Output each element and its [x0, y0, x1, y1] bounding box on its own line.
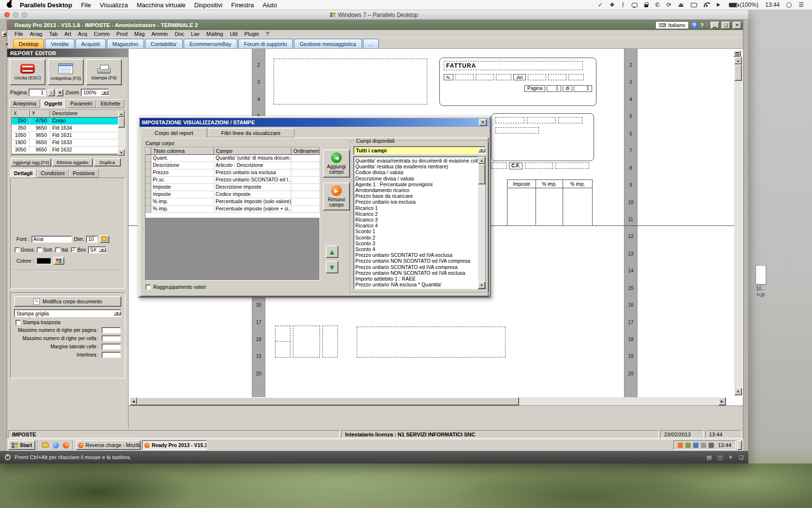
restore-button[interactable]: ❏ — [722, 22, 730, 29]
app-menu-item[interactable]: File — [11, 31, 27, 37]
style-checkbox[interactable]: Sott. — [37, 247, 53, 253]
available-field-item[interactable]: Prezzo unitario NON SCONTATO ed IVA comp… — [355, 258, 478, 264]
menu-scroll-left-icon[interactable]: ◀ — [2, 31, 6, 37]
tray-network-icon[interactable] — [693, 443, 698, 448]
available-field-item[interactable]: Agente 1 : Percentuale provvigioni — [355, 181, 478, 187]
scroll-thumb[interactable] — [137, 397, 519, 405]
row-selector[interactable] — [145, 162, 151, 169]
battery-icon[interactable]: (100%) — [725, 1, 762, 8]
macos-desktop-file-icon[interactable]: 10... n.jp — [750, 265, 771, 298]
elimina-oggetto-button[interactable]: Elimina oggetto — [52, 158, 93, 166]
available-field-item[interactable]: Importo addebito 1 : RAEE — [355, 276, 478, 282]
numeric-field-input[interactable] — [102, 335, 121, 342]
align-select[interactable]: SX ▼ — [88, 246, 106, 254]
tray-clock[interactable]: 13:44 — [716, 442, 731, 448]
available-field-item[interactable]: Prezzo unitario SCONTATO ed IVA esclusa — [355, 252, 478, 258]
nav-tab[interactable]: Forum di supporto — [238, 39, 293, 48]
page-minus-button[interactable]: - — [48, 89, 55, 96]
keyboard-device-icon[interactable]: ▤ — [707, 454, 711, 461]
app-menu-item[interactable]: Doc — [172, 31, 188, 37]
scroll-down-icon[interactable]: ▼ — [118, 149, 125, 156]
checkbox-icon[interactable] — [15, 320, 21, 325]
available-field-item[interactable]: Ricarico 4 — [355, 223, 478, 228]
view-tab[interactable]: Oggetti — [41, 99, 66, 108]
app-menu-item[interactable]: Acq — [74, 31, 90, 37]
nav-tab[interactable]: Vendite — [45, 39, 74, 48]
app-menu-item[interactable]: Mailing — [203, 31, 227, 37]
available-field-item[interactable]: Ricarico 1 — [355, 205, 478, 211]
app-menu-item[interactable]: Comm — [90, 31, 113, 37]
detail-tab[interactable]: Dettagli — [10, 169, 37, 178]
task-button[interactable]: Reverse charge - Mozilla... — [76, 440, 141, 450]
row-selector[interactable] — [145, 206, 151, 213]
app-menu-item[interactable]: Prod — [113, 31, 131, 37]
check-badge-icon[interactable]: ✓ — [594, 1, 606, 8]
scroll-down-icon[interactable]: ▼ — [734, 388, 742, 395]
col-titolo-colonna[interactable]: Titolo colonna — [151, 148, 214, 155]
macos-menu-item[interactable]: Dispositivi — [190, 1, 227, 9]
style-checkbox[interactable]: Box — [71, 247, 86, 253]
available-field-item[interactable]: Prezzo unitario NON SCONTATO ed IVA escl… — [355, 270, 478, 276]
dropbox-icon[interactable]: ❖ — [606, 1, 618, 8]
campo-row[interactable]: Pr.sc. Prezzo unitario SCONTATO ed I... — [145, 177, 319, 184]
app-menu-item[interactable]: Util — [227, 31, 241, 37]
macos-app-name[interactable]: Parallels Desktop — [15, 1, 76, 9]
app-menu-item[interactable]: Mag — [131, 31, 148, 37]
style-checkbox[interactable]: Grass. — [14, 247, 35, 253]
nav-tab[interactable]: Gestione messaggistica — [294, 39, 362, 48]
available-field-item[interactable]: Prezzo base da ricaricare — [355, 193, 478, 199]
lock-icon[interactable] — [641, 3, 652, 7]
help-text[interactable]: ? — [700, 22, 704, 28]
minimize-window-icon[interactable] — [13, 12, 18, 17]
campo-row[interactable]: % imp. Percentuale imposte (valore + si.… — [145, 206, 319, 213]
tab-scroll-indicator-icon[interactable]: ◄ — [4, 42, 9, 46]
stampa-griglia-select[interactable]: Stampa griglia ▼ — [14, 309, 121, 317]
object-row[interactable]: 1050 9650 Fld 1631 — [12, 132, 125, 139]
macos-menu-item[interactable]: Visualizza — [95, 1, 132, 9]
col-ordinamento[interactable]: Ordinamento — [291, 148, 319, 155]
available-field-item[interactable]: Prezzo unitario iva esclusa — [355, 199, 478, 205]
raggruppamento-checkbox[interactable]: Raggruppamento valori — [145, 284, 206, 290]
scroll-down-icon[interactable]: ▼ — [478, 282, 485, 289]
campo-row[interactable]: Quant. Quantita' (unita' di misura docum… — [145, 155, 319, 162]
checkbox-icon[interactable] — [145, 284, 151, 290]
tray-update-icon[interactable] — [678, 443, 683, 448]
app-titlebar[interactable]: ♥ Ready Pro 2013 - V15.1.8 - IMPOSTE - A… — [7, 20, 743, 30]
numeric-field-input[interactable] — [102, 352, 121, 358]
zoom-window-icon[interactable] — [22, 12, 27, 17]
available-field-item[interactable]: Quantita' residua (da evadere/a rientrar… — [355, 164, 478, 169]
checkbox-icon[interactable] — [14, 247, 20, 253]
horizontal-scrollbar[interactable]: ◀ ▶ — [130, 397, 726, 405]
parallels-titlebar[interactable]: Windows 7 – Parallels Desktop — [0, 10, 748, 20]
checkbox-icon[interactable] — [37, 247, 42, 253]
numeric-field-input[interactable] — [102, 327, 121, 333]
menu-list-icon[interactable]: ☰ — [795, 1, 807, 8]
phone-icon[interactable]: ✆ — [652, 1, 663, 8]
available-field-item[interactable]: Sconto 1 — [355, 228, 478, 234]
available-field-item[interactable]: Sconto 4 — [355, 246, 478, 252]
view-tab[interactable]: Etichette — [97, 99, 124, 108]
stampa-dropdown-icon[interactable]: ▼ — [114, 311, 121, 315]
app-menu-item[interactable]: Lav — [188, 31, 203, 37]
start-button[interactable]: Start — [8, 440, 35, 450]
row-selector[interactable] — [145, 184, 151, 191]
nav-tab[interactable]: Acquisti — [75, 39, 106, 48]
detail-tab[interactable]: Condizioni — [37, 169, 69, 178]
aggiungi-oggetto-button[interactable]: Aggiungi ogg.(F4) — [11, 158, 51, 166]
available-field-item[interactable]: Ricarico 3 — [355, 217, 478, 223]
col-descrizione[interactable]: Descrizione — [50, 110, 119, 118]
scroll-right-icon[interactable]: ▶ — [718, 397, 726, 405]
wifi-icon[interactable] — [700, 2, 713, 7]
task-button[interactable]: Ready Pro 2013 - V15.1.... — [142, 440, 207, 450]
view-tab[interactable]: Anteprima — [9, 99, 40, 108]
move-up-button[interactable]: ▲ — [326, 245, 338, 258]
chat-icon[interactable] — [628, 3, 641, 7]
checkbox-icon[interactable] — [55, 247, 60, 253]
macos-menu-item[interactable]: Finestra — [227, 1, 258, 9]
style-checkbox[interactable]: Ital. — [55, 247, 69, 253]
apple-icon[interactable] — [7, 2, 13, 8]
app-menu-item[interactable]: Ammin — [148, 31, 171, 37]
object-row[interactable]: 250 4750 Corpo — [12, 118, 125, 125]
tray-display-icon[interactable] — [701, 443, 706, 448]
color-picker-button[interactable] — [54, 257, 64, 265]
